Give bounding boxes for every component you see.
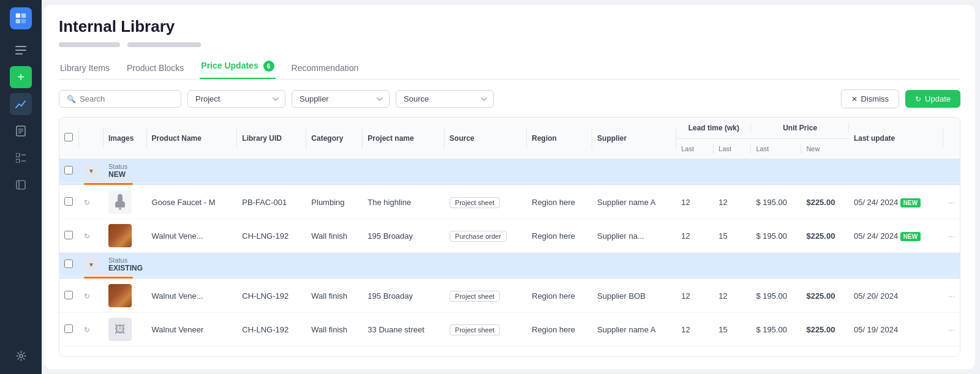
cell-price-new: $225.00 — [801, 219, 849, 253]
cell-price-new: $225.00 — [801, 313, 849, 346]
svg-rect-15 — [17, 181, 25, 189]
data-table-wrapper: Images Product Name Library UID Category… — [59, 117, 960, 357]
refresh-icon[interactable]: ↻ — [84, 326, 90, 334]
product-image — [108, 190, 132, 214]
col-price-new: New — [801, 139, 849, 159]
search-box[interactable]: 🔍 — [59, 90, 181, 108]
cell-project-name: 195 Broaday — [363, 279, 445, 313]
update-button[interactable]: ↻ Update — [905, 90, 960, 108]
status-group-row: ▼ Status NEW — [59, 159, 960, 183]
svg-rect-2 — [16, 19, 20, 23]
cell-category: Wall finish — [306, 313, 363, 346]
sidebar-item-settings[interactable] — [10, 345, 32, 367]
sidebar-item-add[interactable]: + — [10, 66, 32, 88]
update-refresh-icon: ↻ — [915, 95, 921, 103]
svg-rect-5 — [15, 50, 26, 51]
cell-price-last: $ 195.00 — [751, 185, 801, 219]
cell-lead-last: 12 — [676, 279, 714, 313]
select-all-checkbox[interactable] — [64, 133, 73, 141]
cell-lead-last: 12 — [676, 313, 714, 346]
product-image: 🖼 — [108, 318, 132, 341]
breadcrumb-pill-2 — [127, 42, 201, 47]
tab-price-updates[interactable]: Price Updates 6 — [200, 57, 275, 79]
row-checkbox-0-0[interactable] — [64, 197, 73, 206]
cell-category: Plumbing — [306, 185, 363, 219]
group-expand-1[interactable]: ▼ — [84, 257, 99, 272]
status-label: Status — [108, 163, 955, 170]
cell-lead-last: 12 — [676, 185, 714, 219]
cell-library-uid: CH-LNG-192 — [237, 279, 306, 313]
source-filter[interactable]: Source — [396, 90, 494, 108]
cell-supplier: Supplier name A — [592, 313, 676, 346]
cell-region: Region here — [527, 313, 592, 346]
sidebar-item-menu[interactable] — [10, 39, 32, 61]
sidebar-item-library[interactable] — [10, 174, 32, 196]
status-value: EXISTING — [108, 264, 955, 272]
cell-region: Region here — [527, 185, 592, 219]
col-category: Category — [306, 118, 363, 159]
col-region: Region — [527, 118, 592, 159]
cell-more[interactable]: ··· — [943, 279, 960, 313]
table-row: ↻ Walnut Vene... CH-LNG-192 Wall finish … — [59, 219, 960, 253]
refresh-icon[interactable]: ↻ — [84, 292, 90, 301]
status-label: Status — [108, 256, 955, 264]
sidebar-item-analytics[interactable] — [10, 93, 32, 115]
cell-more[interactable]: ··· — [943, 313, 960, 346]
group-checkbox-0[interactable] — [64, 166, 73, 174]
search-input[interactable] — [80, 94, 173, 103]
dismiss-button[interactable]: ✕ Dismiss — [841, 89, 900, 108]
status-value: NEW — [108, 170, 955, 179]
app-logo[interactable] — [10, 7, 32, 29]
cell-last-update: 05/ 20/ 2024 — [849, 279, 943, 313]
group-checkbox-1[interactable] — [64, 260, 73, 268]
cell-lead-new: 12 — [714, 279, 751, 313]
cell-project-name: The highline — [363, 185, 445, 219]
cell-project-name: 195 Broaday — [363, 219, 445, 253]
refresh-icon[interactable]: ↻ — [84, 198, 90, 207]
col-price-last: Last — [751, 139, 801, 159]
breadcrumb-pill-1 — [59, 42, 120, 47]
cell-last-update: 05/ 19/ 2024 — [849, 313, 943, 346]
sidebar-item-documents[interactable] — [10, 120, 32, 142]
col-project-name: Project name — [363, 118, 445, 159]
cell-more[interactable]: ··· — [943, 185, 960, 219]
cell-price-last: $ 195.00 — [751, 313, 801, 346]
tab-library-items[interactable]: Library Items — [59, 59, 111, 79]
cell-source: Purchase order — [445, 219, 527, 253]
supplier-filter[interactable]: Supplier — [292, 90, 390, 108]
refresh-icon[interactable]: ↻ — [84, 232, 90, 241]
table-row: ↻ 🖼 Walnut Veneer CH-LNG-192 Wall finish… — [59, 313, 960, 346]
row-checkbox-0-1[interactable] — [64, 231, 73, 239]
cell-supplier: Supplier na... — [592, 219, 676, 253]
row-checkbox-1-1[interactable] — [64, 324, 73, 333]
project-filter[interactable]: Project — [187, 90, 285, 108]
cell-library-uid: CH-LNG-192 — [237, 313, 306, 346]
svg-rect-0 — [16, 13, 20, 18]
cell-lead-new: 15 — [714, 219, 751, 253]
col-library-uid: Library UID — [237, 118, 306, 159]
sidebar-item-list[interactable] — [10, 147, 32, 169]
col-group-lead-time: Lead time (wk) — [676, 118, 751, 139]
svg-rect-1 — [21, 13, 26, 18]
col-group-unit-price: Unit Price — [751, 118, 848, 139]
sidebar: + — [0, 0, 42, 374]
data-table: Images Product Name Library UID Category… — [59, 118, 960, 346]
col-lead-last: Last — [676, 139, 714, 159]
status-group-row: ▼ Status EXISTING — [59, 253, 960, 277]
group-expand-0[interactable]: ▼ — [84, 163, 99, 178]
cell-supplier: Supplier BOB — [592, 279, 676, 313]
cell-price-new: $225.00 — [801, 279, 849, 313]
col-source: Source — [445, 118, 527, 159]
svg-rect-4 — [15, 46, 26, 47]
cell-region: Region here — [527, 219, 592, 253]
search-icon: 🔍 — [67, 95, 76, 103]
main-content: Internal Library Library Items Product B… — [44, 5, 975, 369]
cell-more[interactable]: ··· — [943, 219, 960, 253]
cell-price-new: $225.00 — [801, 185, 849, 219]
row-checkbox-1-0[interactable] — [64, 291, 73, 299]
breadcrumb — [59, 42, 960, 47]
svg-rect-12 — [16, 159, 20, 163]
tab-product-blocks[interactable]: Product Blocks — [126, 59, 185, 79]
tab-recommendation[interactable]: Recommendation — [290, 59, 360, 79]
col-supplier: Supplier — [592, 118, 676, 159]
